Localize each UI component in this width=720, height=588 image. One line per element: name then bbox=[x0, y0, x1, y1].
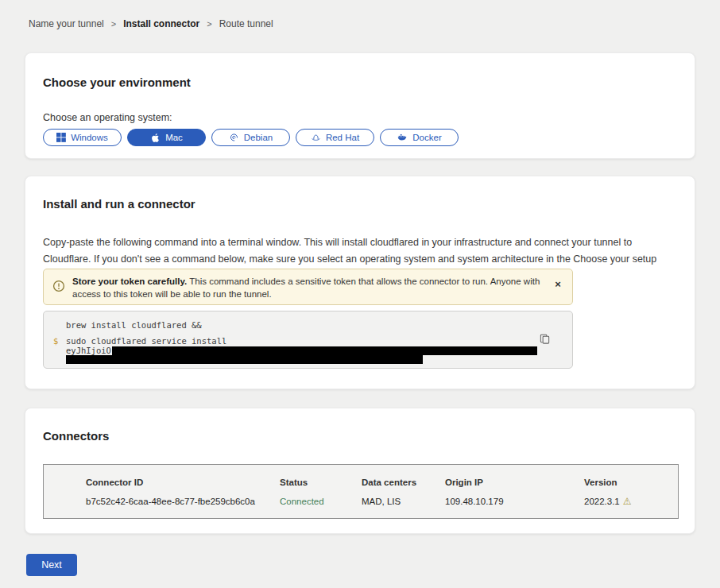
install-connector-card: Install and run a connector Copy-paste t… bbox=[25, 176, 695, 389]
column-header-status: Status bbox=[280, 478, 362, 487]
install-command-code-block: brew install cloudflared && $ sudo cloud… bbox=[43, 311, 573, 369]
redacted-token-bar bbox=[112, 346, 537, 355]
connectors-card: Connectors Connector ID Status Data cent… bbox=[25, 408, 695, 534]
os-button-label: Debian bbox=[244, 133, 273, 142]
breadcrumb-route-tunnel[interactable]: Route tunnel bbox=[219, 18, 273, 29]
alert-circle-icon bbox=[52, 280, 65, 296]
column-header-data-centers: Data centers bbox=[362, 478, 445, 487]
docker-icon bbox=[397, 133, 408, 143]
os-button-docker[interactable]: Docker bbox=[380, 129, 459, 146]
token-prefix: eyJhIjoiO bbox=[66, 346, 111, 355]
token-warning-text: Store your token carefully. This command… bbox=[72, 275, 548, 300]
connectors-table-header: Connector ID Status Data centers Origin … bbox=[86, 478, 670, 487]
redacted-token-bar bbox=[66, 355, 423, 364]
breadcrumb-install-connector[interactable]: Install connector bbox=[123, 18, 199, 29]
os-button-row: Windows Mac Debian Red Hat Docker bbox=[43, 129, 677, 146]
connector-id-value: b7c52c42-6caa-48ee-8c77-fbe259cb6c0a bbox=[86, 497, 280, 506]
connectors-card-title: Connectors bbox=[43, 429, 677, 443]
os-button-debian[interactable]: Debian bbox=[211, 129, 290, 146]
os-button-windows[interactable]: Windows bbox=[43, 129, 122, 146]
os-button-redhat[interactable]: Red Hat bbox=[296, 129, 374, 146]
os-button-label: Red Hat bbox=[326, 133, 359, 142]
windows-icon bbox=[56, 133, 66, 142]
redhat-icon bbox=[311, 133, 321, 143]
breadcrumb-separator: > bbox=[111, 19, 116, 29]
breadcrumb-separator: > bbox=[207, 19, 211, 29]
environment-card: Choose your environment Choose an operat… bbox=[25, 52, 695, 159]
shell-prompt: $ bbox=[53, 336, 58, 346]
token-warning-bold: Store your token carefully. bbox=[72, 277, 187, 286]
version-warning-icon: ⚠ bbox=[623, 497, 632, 506]
breadcrumb: Name your tunnel > Install connector > R… bbox=[29, 18, 273, 29]
apple-icon bbox=[150, 133, 161, 143]
origin-ip-value: 109.48.10.179 bbox=[445, 497, 584, 506]
os-button-label: Docker bbox=[412, 133, 441, 142]
status-badge: Connected bbox=[280, 497, 362, 506]
code-line-service-install: sudo cloudflared service install bbox=[66, 336, 226, 346]
version-value: 2022.3.1 ⚠ bbox=[584, 497, 670, 506]
column-header-version: Version bbox=[584, 478, 670, 487]
debian-icon bbox=[229, 133, 239, 143]
breadcrumb-name-your-tunnel[interactable]: Name your tunnel bbox=[29, 18, 104, 29]
next-button[interactable]: Next bbox=[26, 554, 77, 576]
column-header-connector-id: Connector ID bbox=[86, 478, 280, 487]
token-warning-banner: Store your token carefully. This command… bbox=[43, 269, 573, 305]
data-centers-value: MAD, LIS bbox=[362, 497, 445, 506]
os-button-mac[interactable]: Mac bbox=[127, 129, 206, 146]
close-icon[interactable]: × bbox=[552, 278, 564, 291]
os-button-label: Windows bbox=[71, 133, 108, 142]
os-button-label: Mac bbox=[165, 133, 183, 142]
token-line: eyJhIjoiO bbox=[66, 346, 537, 355]
column-header-origin-ip: Origin IP bbox=[445, 478, 584, 487]
environment-card-title: Choose your environment bbox=[43, 75, 677, 89]
copy-icon[interactable] bbox=[537, 333, 552, 347]
code-line-brew: brew install cloudflared && bbox=[66, 320, 202, 330]
os-select-label: Choose an operating system: bbox=[43, 112, 677, 123]
connectors-table: Connector ID Status Data centers Origin … bbox=[43, 464, 679, 519]
table-row: b7c52c42-6caa-48ee-8c77-fbe259cb6c0a Con… bbox=[86, 497, 670, 506]
install-card-title: Install and run a connector bbox=[43, 197, 677, 211]
